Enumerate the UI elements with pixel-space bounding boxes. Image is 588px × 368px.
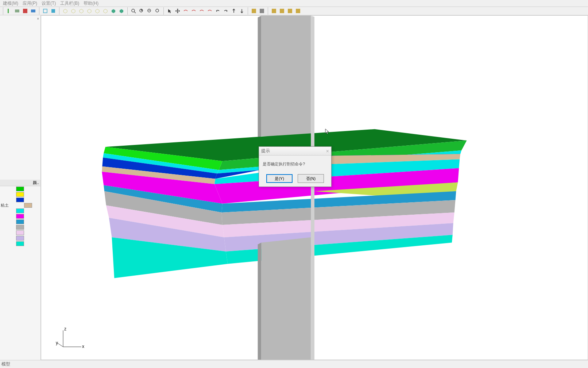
panel-btn-4[interactable] — [278, 7, 286, 15]
legend-row[interactable] — [0, 192, 41, 197]
view-iso-1[interactable] — [62, 7, 69, 15]
axis-z-label: z — [64, 327, 66, 331]
svg-marker-44 — [261, 237, 311, 360]
dialog-close-icon[interactable]: × — [326, 148, 329, 154]
dialog-titlebar[interactable]: 提示 × — [259, 147, 331, 156]
toolbar-btn-2[interactable] — [13, 7, 21, 15]
panel-btn-6[interactable] — [294, 7, 302, 15]
legend-row[interactable] — [0, 186, 41, 192]
model-render — [41, 16, 588, 360]
toolbar-btn-3[interactable] — [22, 7, 29, 15]
rotate-4[interactable] — [206, 7, 213, 15]
svg-text:-: - — [148, 8, 150, 13]
svg-rect-13 — [252, 9, 256, 13]
rotate-2[interactable] — [190, 7, 197, 15]
legend-label: 粘土 — [1, 203, 9, 208]
menubar: 建模(M) 应用(P) 设置(T) 工具栏(B) 帮助(H) — [0, 0, 588, 7]
view-solid-2[interactable] — [118, 7, 125, 15]
svg-text:+: + — [140, 8, 143, 13]
view-iso-5[interactable] — [94, 7, 101, 15]
legend-row[interactable] — [0, 230, 41, 235]
legend-panel: 颜.. 粘土 — [0, 180, 41, 246]
side-panel-close-icon[interactable]: × — [37, 17, 39, 21]
legend-row[interactable] — [0, 241, 41, 246]
svg-marker-19 — [261, 16, 311, 136]
color-swatch — [16, 225, 24, 230]
svg-rect-5 — [51, 9, 55, 13]
color-swatch — [16, 192, 24, 197]
svg-rect-18 — [296, 9, 300, 13]
dialog-yes-button[interactable]: 是(Y) — [266, 174, 293, 183]
menu-application[interactable]: 应用(P) — [23, 0, 37, 7]
arrow-down-icon[interactable] — [238, 7, 245, 15]
svg-rect-15 — [272, 9, 276, 13]
panel-btn-3[interactable] — [270, 7, 278, 15]
main-area: × 颜.. 粘土 — [0, 15, 588, 360]
svg-point-12 — [156, 9, 159, 12]
rotate-3[interactable] — [198, 7, 205, 15]
legend-row[interactable]: 粘土 — [0, 203, 41, 208]
zoom-in[interactable]: + — [138, 7, 145, 15]
view-iso-2[interactable] — [70, 7, 77, 15]
panel-btn-2[interactable] — [258, 7, 266, 15]
color-swatch — [16, 208, 24, 213]
undo-icon[interactable] — [214, 7, 221, 15]
statusbar-text: 模型 — [1, 361, 10, 367]
statusbar: 模型 — [0, 360, 588, 368]
dialog-message: 是否确定执行割切命令? — [259, 156, 331, 170]
viewport-3d[interactable]: z x y 提示 × 是否确定执行割切命令? 是(Y) 否(N) — [41, 15, 588, 360]
toolbar-btn-1[interactable] — [5, 7, 13, 15]
side-panel: × 颜.. 粘土 — [0, 15, 41, 360]
zoom-window[interactable] — [154, 7, 161, 15]
svg-marker-20 — [258, 16, 262, 138]
svg-rect-4 — [43, 9, 47, 13]
legend-row[interactable] — [0, 235, 41, 241]
zoom-fit[interactable] — [130, 7, 137, 15]
select-arrow[interactable] — [166, 7, 173, 15]
toolbar-btn-4[interactable] — [30, 7, 37, 15]
arrow-up-icon[interactable] — [230, 7, 237, 15]
color-swatch — [16, 214, 24, 219]
svg-rect-3 — [31, 9, 35, 12]
axis-y-label: y — [56, 340, 58, 345]
svg-rect-17 — [288, 9, 292, 13]
view-iso-6[interactable] — [102, 7, 109, 15]
svg-marker-46 — [311, 16, 314, 360]
dialog-title-text: 提示 — [261, 148, 270, 154]
panel-btn-5[interactable] — [286, 7, 294, 15]
legend-color-header: 颜.. — [31, 180, 41, 185]
color-swatch — [16, 230, 24, 235]
zoom-out[interactable]: - — [146, 7, 153, 15]
dialog-no-button[interactable]: 否(N) — [298, 174, 324, 183]
redo-icon[interactable] — [222, 7, 229, 15]
pan-tool[interactable] — [174, 7, 181, 15]
legend-header: 颜.. — [0, 180, 41, 186]
view-iso-3[interactable] — [78, 7, 85, 15]
svg-line-49 — [58, 343, 63, 347]
menu-help[interactable]: 帮助(H) — [84, 0, 98, 7]
legend-row[interactable] — [0, 208, 41, 214]
confirm-dialog: 提示 × 是否确定执行割切命令? 是(Y) 否(N) — [259, 146, 332, 187]
legend-row[interactable] — [0, 214, 41, 219]
svg-line-7 — [134, 12, 136, 13]
svg-rect-2 — [23, 9, 27, 13]
svg-rect-16 — [280, 9, 284, 13]
legend-row[interactable] — [0, 197, 41, 203]
color-swatch — [16, 219, 24, 224]
rotate-1[interactable] — [182, 7, 189, 15]
menu-settings[interactable]: 设置(T) — [42, 0, 56, 7]
view-solid-1[interactable] — [110, 7, 117, 15]
legend-row[interactable] — [0, 225, 41, 230]
menu-model[interactable]: 建模(M) — [3, 0, 18, 7]
view-iso-4[interactable] — [86, 7, 93, 15]
panel-btn-1[interactable] — [250, 7, 258, 15]
svg-marker-45 — [258, 243, 262, 360]
view-back[interactable] — [50, 7, 57, 15]
color-swatch — [16, 187, 24, 191]
menu-toolbar[interactable]: 工具栏(B) — [60, 0, 79, 7]
view-front[interactable] — [42, 7, 49, 15]
toolbar: + - — [0, 7, 588, 15]
svg-rect-14 — [260, 9, 264, 13]
axis-x-label: x — [82, 344, 84, 349]
legend-row[interactable] — [0, 219, 41, 225]
